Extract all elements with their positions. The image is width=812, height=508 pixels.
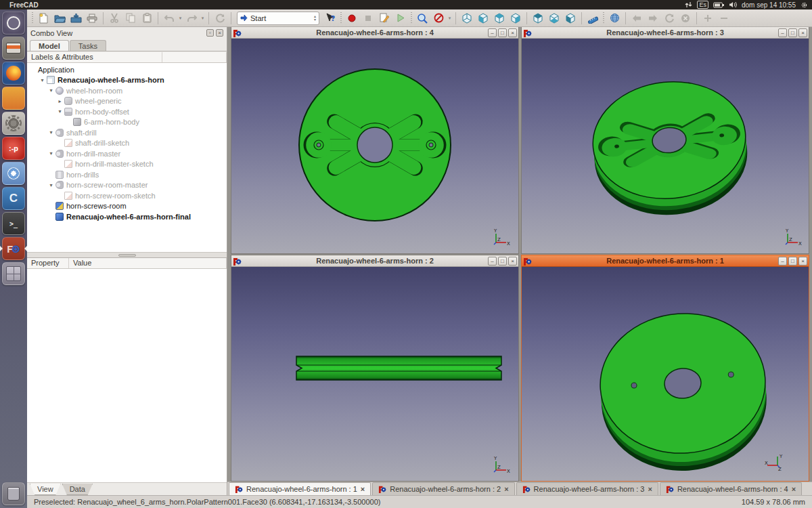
battery-icon[interactable] bbox=[713, 2, 724, 8]
minimize-button[interactable]: – bbox=[488, 257, 497, 266]
tab-tasks[interactable]: Tasks bbox=[70, 40, 106, 51]
workspaces-icon[interactable] bbox=[2, 262, 25, 285]
tree-item-horn-screws-room[interactable]: horn-screws-room bbox=[27, 201, 227, 212]
close-button[interactable]: × bbox=[798, 257, 807, 266]
child-window-4[interactable]: Renacuajo-wheel-6-arms-horn : 4 – □ × bbox=[231, 26, 519, 254]
workbench-selector[interactable]: Start ▴▾ bbox=[237, 12, 319, 25]
macro-edit-button[interactable] bbox=[376, 11, 392, 26]
tree-item-renacuajo-wheel-6-arms-horn[interactable]: ▾Renacuajo-wheel-6-arms-horn bbox=[27, 75, 227, 86]
measure-tool-button[interactable] bbox=[585, 11, 601, 26]
window-1-titlebar[interactable]: Renacuajo-wheel-6-arms-horn : 1 – □ × bbox=[522, 255, 809, 267]
child-window-2[interactable]: Renacuajo-wheel-6-arms-horn : 2 – □ × bbox=[231, 255, 519, 482]
panel-splitter[interactable] bbox=[27, 253, 227, 258]
macro-run-button[interactable] bbox=[392, 11, 409, 26]
network-updown-icon[interactable] bbox=[685, 1, 692, 8]
property-table-body[interactable] bbox=[27, 269, 227, 483]
tree-item-shaft-drill[interactable]: ▾shaft-drill bbox=[27, 127, 227, 138]
settings-icon[interactable] bbox=[2, 112, 25, 135]
tab-view[interactable]: View bbox=[30, 484, 61, 495]
macro-record-button[interactable] bbox=[344, 11, 360, 26]
view-left-button[interactable] bbox=[562, 11, 579, 26]
nav-back-button[interactable] bbox=[629, 11, 645, 26]
tree-item-wheel-generic[interactable]: ▸wheel-generic bbox=[27, 96, 227, 107]
zoom-out-button[interactable] bbox=[716, 11, 732, 26]
nav-refresh-button[interactable] bbox=[661, 11, 677, 26]
zoom-in-button[interactable] bbox=[700, 11, 716, 26]
nav-stop-button[interactable] bbox=[677, 11, 694, 26]
nav-forward-button[interactable] bbox=[645, 11, 661, 26]
window-4-titlebar[interactable]: Renacuajo-wheel-6-arms-horn : 4 – □ × bbox=[231, 27, 518, 39]
copy-button[interactable] bbox=[122, 11, 139, 26]
close-button[interactable]: × bbox=[508, 257, 517, 266]
child-window-1[interactable]: Renacuajo-wheel-6-arms-horn : 1 – □ × bbox=[521, 255, 809, 482]
tab-data[interactable]: Data bbox=[62, 484, 93, 495]
tab-close-icon[interactable]: × bbox=[361, 485, 365, 493]
tab-model[interactable]: Model bbox=[30, 40, 69, 51]
minimize-button[interactable]: – bbox=[488, 28, 497, 37]
viewport-side-view[interactable] bbox=[231, 267, 518, 481]
cura-icon[interactable]: C bbox=[2, 187, 25, 210]
window-tab-4[interactable]: Renacuajo-wheel-6-arms-horn : 4× bbox=[660, 482, 802, 495]
refresh-button[interactable] bbox=[212, 11, 228, 26]
tree-item-horn-body-offset[interactable]: ▾horn-body-offset bbox=[27, 106, 227, 117]
view-bottom-button[interactable] bbox=[546, 11, 562, 26]
redo-dropdown-caret[interactable]: ▾ bbox=[200, 11, 206, 26]
close-button[interactable]: × bbox=[508, 28, 517, 37]
tree-item-horn-drill-master-sketch[interactable]: horn-drill-master-sketch bbox=[27, 159, 227, 170]
close-button[interactable]: × bbox=[798, 28, 807, 37]
tree-item-application[interactable]: Application bbox=[27, 64, 227, 75]
paste-button[interactable] bbox=[139, 11, 155, 26]
child-window-3[interactable]: Renacuajo-wheel-6-arms-horn : 3 – □ × bbox=[521, 26, 809, 254]
macro-stop-button[interactable] bbox=[360, 11, 376, 26]
maximize-button[interactable]: □ bbox=[788, 257, 797, 266]
tree-item-horn-drill-master[interactable]: ▾horn-drill-master bbox=[27, 148, 227, 159]
chromium-icon[interactable] bbox=[2, 162, 25, 185]
print-button[interactable] bbox=[84, 11, 100, 26]
tree-item-6-arm-horn-body[interactable]: 6-arm-horn-body bbox=[27, 117, 227, 128]
save-button[interactable] bbox=[68, 11, 84, 26]
web-browser-button[interactable] bbox=[606, 11, 623, 26]
tree-item-shaft-drill-sketch[interactable]: shaft-drill-sketch bbox=[27, 138, 227, 149]
tree-expander-icon[interactable]: ▾ bbox=[56, 108, 64, 114]
tab-close-icon[interactable]: × bbox=[792, 485, 796, 493]
draw-style-dropdown-caret[interactable]: ▾ bbox=[447, 11, 453, 26]
tree-expander-icon[interactable]: ▾ bbox=[47, 182, 55, 188]
open-file-button[interactable] bbox=[51, 11, 68, 26]
firefox-icon[interactable] bbox=[2, 62, 25, 85]
toolbar-grip[interactable] bbox=[32, 12, 33, 24]
tab-close-icon[interactable]: × bbox=[648, 485, 652, 493]
tree-expander-icon[interactable]: ▾ bbox=[47, 150, 55, 156]
window-3-titlebar[interactable]: Renacuajo-wheel-6-arms-horn : 3 – □ × bbox=[522, 27, 809, 39]
terminal-icon[interactable]: >_ bbox=[2, 212, 25, 235]
tree-item-wheel-horn-room[interactable]: ▾wheel-horn-room bbox=[27, 85, 227, 96]
tree-expander-icon[interactable]: ▾ bbox=[39, 77, 46, 83]
freecad-icon[interactable]: F⊛ bbox=[2, 237, 25, 260]
volume-icon[interactable] bbox=[729, 1, 737, 8]
window-2-titlebar[interactable]: Renacuajo-wheel-6-arms-horn : 2 – □ × bbox=[231, 255, 518, 267]
draw-style-button[interactable] bbox=[430, 11, 447, 26]
panel-float-button[interactable]: ▫ bbox=[206, 29, 214, 37]
files-icon[interactable] bbox=[2, 37, 25, 60]
maximize-button[interactable]: □ bbox=[788, 28, 797, 37]
maximize-button[interactable]: □ bbox=[498, 28, 507, 37]
window-tab-1[interactable]: Renacuajo-wheel-6-arms-horn : 1× bbox=[229, 482, 371, 495]
fit-all-button[interactable] bbox=[414, 11, 430, 26]
viewport-back-isometric-view[interactable] bbox=[522, 267, 809, 481]
tab-close-icon[interactable]: × bbox=[504, 485, 508, 493]
clock[interactable]: dom sep 14 10:55 bbox=[742, 1, 796, 9]
undo-button[interactable] bbox=[161, 11, 177, 26]
tree-item-horn-screw-room-sketch[interactable]: horn-screw-room-sketch bbox=[27, 190, 227, 201]
whats-this-button[interactable]: ? bbox=[322, 11, 338, 26]
view-rear-button[interactable] bbox=[530, 11, 546, 26]
window-tab-2[interactable]: Renacuajo-wheel-6-arms-horn : 2× bbox=[372, 482, 514, 495]
minimize-button[interactable]: – bbox=[778, 257, 787, 266]
view-isometric-button[interactable] bbox=[459, 11, 475, 26]
software-center-icon[interactable] bbox=[2, 87, 25, 110]
trash-icon[interactable] bbox=[2, 482, 25, 505]
panel-close-button[interactable]: × bbox=[216, 29, 223, 37]
keyboard-layout-indicator[interactable]: Es bbox=[697, 1, 708, 9]
view-top-button[interactable] bbox=[491, 11, 508, 26]
session-gear-icon[interactable] bbox=[800, 1, 808, 9]
dash-icon[interactable] bbox=[2, 12, 25, 35]
undo-dropdown-caret[interactable]: ▾ bbox=[177, 11, 183, 26]
